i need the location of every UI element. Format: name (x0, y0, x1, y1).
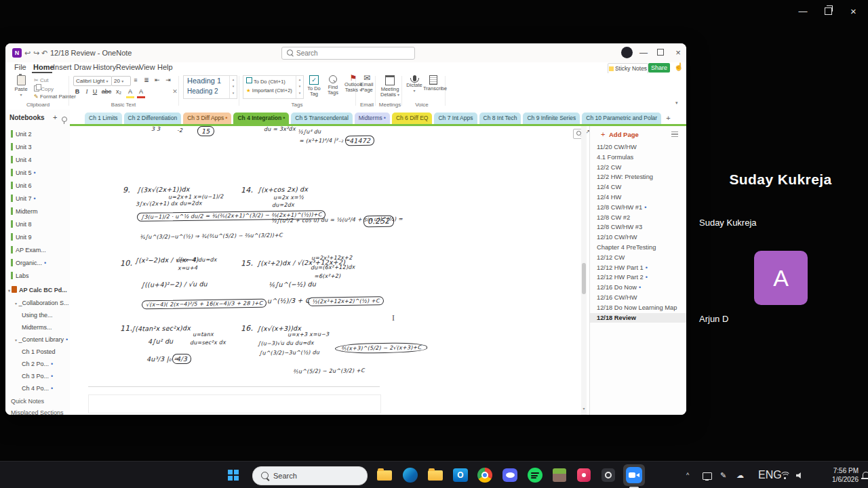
find-tags-button[interactable]: Find Tags (324, 75, 342, 96)
misplaced-sections-item[interactable]: Misplaced Sections (5, 407, 75, 415)
todo-tag-button[interactable]: ✓To Do Tag (305, 75, 323, 97)
sort-pages-icon[interactable] (671, 131, 678, 138)
menu-draw[interactable]: Draw (74, 62, 92, 73)
sidebar-item[interactable]: Unit 8 (5, 219, 70, 230)
chrome-icon[interactable] (477, 467, 493, 483)
monitor-tray-icon[interactable] (703, 462, 712, 488)
sidebar-item[interactable]: ▾ _Collaboration S... (5, 298, 77, 309)
paste-button[interactable]: Paste▾ (11, 75, 31, 98)
page-list-item[interactable]: 12/12 CW (590, 253, 686, 263)
start-button[interactable] (228, 470, 239, 481)
clear-formatting-button[interactable]: ✕ (171, 87, 179, 96)
strikethrough-button[interactable]: abc (100, 87, 113, 96)
zoom-close-button[interactable]: × (839, 0, 868, 23)
tab-ch7-int-apps[interactable]: Ch 7 Int Apps (434, 113, 477, 124)
tab-ch10-parametric-polar[interactable]: Ch 10 Parametric and Polar (582, 113, 661, 124)
file-explorer-icon[interactable] (376, 467, 393, 483)
taskbar-search[interactable]: Search (252, 466, 368, 485)
page-canvas[interactable]: ↗ 3 3 -2 15 du = 3x²dx ½∫u⁴ du = (x³+1)⁴… (70, 126, 589, 415)
page-list-item[interactable]: 4.1 Formulas (590, 152, 686, 163)
copy-button[interactable]: Copy (34, 85, 54, 92)
media-app-icon[interactable] (576, 467, 592, 483)
page-list-item[interactable]: 12/4 HW (590, 192, 686, 203)
gallery-scroll-arrows[interactable]: ▴▾▾ (296, 76, 303, 98)
page-list-item[interactable]: 12/12 HW Part 2 (590, 272, 686, 283)
dictate-button[interactable]: Dictate ▾ (406, 75, 423, 94)
styles-gallery[interactable]: Heading 1 Heading 2 ▴▾▾ (183, 75, 237, 99)
tab-ch6-diff-eq[interactable]: Ch 6 Diff EQ (392, 113, 433, 124)
clock[interactable]: 7:56 PM 1/6/2026 (821, 467, 859, 484)
share-button[interactable]: Share (648, 63, 670, 73)
tab-ch4-integration[interactable]: Ch 4 Integration (233, 113, 289, 124)
page-list-item[interactable]: 12/8 CW/HW #1 (590, 203, 686, 213)
sidebar-item[interactable]: Unit 5 (5, 167, 70, 179)
sidebar-item[interactable]: Unit 3 (5, 142, 70, 153)
sidebar-item[interactable]: Labs (5, 270, 70, 282)
window-close-button[interactable]: × (670, 43, 686, 62)
account-avatar[interactable] (621, 47, 633, 58)
canvas-scrollbar[interactable] (581, 126, 587, 415)
menu-insert[interactable]: Insert (53, 62, 72, 73)
page-list-item[interactable]: 11/20 CW/HW (590, 142, 686, 152)
notebook-item[interactable]: ▾AP Calc BC Pd... (5, 285, 70, 296)
italic-button[interactable]: I (83, 87, 91, 96)
scroll-down-arrow[interactable]: ▾ (581, 406, 587, 411)
sidebar-item[interactable]: Unit 2 (5, 129, 70, 140)
cloud-tray-icon[interactable]: ☁ (736, 462, 744, 488)
sidebar-item[interactable]: AP Exam... (5, 245, 70, 256)
language-indicator[interactable]: ENG (758, 462, 782, 488)
page-list-item[interactable]: 12/8 CW/HW #3 (590, 222, 686, 232)
sidebar-item[interactable]: Unit 6 (5, 180, 70, 192)
menu-help[interactable]: Help (157, 62, 173, 73)
sidebar-item[interactable]: Unit 9 (5, 232, 70, 243)
page-list-item[interactable]: 12/8 CW #2 (590, 213, 686, 223)
tab-ch1-limits[interactable]: Ch 1 Limits (85, 113, 122, 124)
style-heading1[interactable]: Heading 1 (187, 77, 221, 85)
tray-overflow-chevron[interactable]: ^ (686, 462, 689, 488)
meeting-details-button[interactable]: Meeting Details ▾ (378, 75, 401, 98)
tab-ch5-transcendental[interactable]: Ch 5 Transcendental (291, 113, 352, 124)
page-list-item[interactable]: 12/4 CW (590, 182, 686, 192)
sidebar-item[interactable]: Midterm (5, 206, 70, 218)
add-notebook-icon[interactable]: + (53, 113, 57, 121)
indent-icon[interactable]: ⇥ (164, 76, 172, 85)
page-list-item[interactable]: 12/16 Do Now (590, 283, 686, 293)
bold-button[interactable]: B (73, 87, 81, 96)
underline-button[interactable]: U (91, 87, 99, 96)
tab-ch3-diff-apps[interactable]: Ch 3 Diff Apps (183, 113, 231, 124)
font-size-combo[interactable]: 20 ▾ (111, 76, 131, 86)
page-list-item[interactable]: 12/10 CW/HW (590, 232, 686, 243)
page-list-item[interactable]: Chapter 4 PreTesting (590, 243, 686, 253)
volume-icon[interactable] (796, 472, 804, 479)
sidebar-item[interactable]: Unit 7 (5, 193, 70, 205)
title-search-box[interactable]: Search (281, 47, 415, 60)
menu-review[interactable]: Review (116, 62, 140, 73)
menu-file[interactable]: File (14, 62, 26, 73)
page-list-item[interactable]: 12/16 CW/HW (590, 293, 686, 303)
subscript-button[interactable]: x₂ (114, 87, 123, 96)
font-name-combo[interactable]: Calibri Light ▾ (73, 76, 112, 86)
menu-view[interactable]: View (139, 62, 155, 73)
email-page-button[interactable]: ✉Email Page (358, 75, 376, 93)
sidebar-item[interactable]: Unit 4 (5, 155, 70, 166)
sidebar-item[interactable]: ▾ _Content Library (5, 334, 77, 346)
highlight-color-button[interactable]: A (126, 87, 134, 98)
discord-icon[interactable] (502, 467, 518, 483)
collapse-ribbon-icon[interactable]: ▾ (675, 100, 678, 106)
quick-notes-item[interactable]: Quick Notes (5, 396, 75, 407)
menu-history[interactable]: History (93, 62, 116, 73)
outdent-icon[interactable]: ⇤ (153, 76, 161, 85)
notification-bell-icon[interactable] (863, 472, 868, 478)
scrollbar-thumb[interactable] (582, 263, 586, 294)
zoom-taskbar-icon[interactable] (623, 464, 645, 486)
sidebar-item[interactable]: Organic... (5, 258, 70, 269)
bullets-icon[interactable]: ≡ (132, 76, 140, 85)
tab-ch2-differentiation[interactable]: Ch 2 Differentiation (124, 113, 182, 124)
window-minimize-button[interactable]: — (636, 43, 651, 62)
outlook-icon[interactable]: O (452, 467, 469, 483)
page-list-item[interactable]: 12/2 CW (590, 163, 686, 173)
minecraft-icon[interactable] (551, 467, 568, 483)
gallery-scroll-arrows[interactable]: ▴▾▾ (229, 76, 237, 98)
font-color-button[interactable]: A (137, 87, 145, 98)
format-painter-button[interactable]: ✎ Format Painter (34, 93, 76, 100)
